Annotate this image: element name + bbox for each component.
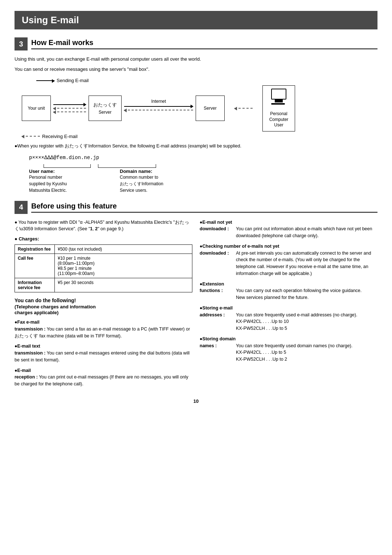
- section4-title: Before using this feature: [31, 202, 377, 213]
- email-diagram: Sending E-mail Your unit おたっくす Server In…: [15, 78, 377, 139]
- field-labels-row: User name: Personal number supplied by K…: [29, 169, 377, 194]
- charge-value-1: ¥10 per 1 minute(8:00am–11:00pm)¥8.5 per…: [55, 254, 192, 278]
- charge-value-2: ¥5 per 30 seconds: [55, 278, 192, 292]
- receiving-arrow-icon: [22, 136, 40, 137]
- username-label: User name:: [29, 169, 102, 174]
- sending-arrow-icon: [36, 80, 54, 81]
- username-bracket: [44, 164, 91, 168]
- your-unit-box: Your unit: [22, 96, 51, 121]
- jp-server-box: おたっくす Server: [89, 96, 122, 121]
- pc-icon: [271, 89, 286, 105]
- pc-box: Personal Computer User: [262, 85, 295, 131]
- left-column: ● You have to register with DDI "α -ALPH…: [15, 219, 192, 391]
- domain-label: Domain name:: [120, 169, 178, 174]
- dashed-arrow-left2-icon: [53, 112, 86, 112]
- section4-note1: ● You have to register with DDI "α -ALPH…: [15, 219, 192, 233]
- section3-number: 3: [15, 37, 28, 50]
- sending-label: Sending E-mail: [36, 78, 377, 83]
- right-column: ●E-mail not yet downloaded : You can pri…: [200, 219, 377, 391]
- solid-arrow-right-icon: [53, 104, 86, 105]
- section3-intro1: Using this unit, you can exchange E-mail…: [15, 56, 377, 63]
- section4-number: 4: [15, 201, 28, 214]
- email-address-example: p××××ΔΔΔ@fem.dion.ne.jp: [29, 155, 377, 161]
- section3-header: 3 How E-mail works: [15, 37, 377, 50]
- section4-content: ● You have to register with DDI "α -ALPH…: [15, 219, 377, 391]
- long-dashed-arrow-icon: [124, 110, 193, 110]
- fax-email-item: ●Fax e-mail transmission : You can send …: [15, 319, 192, 339]
- charge-value-0: ¥500 (tax not included): [55, 245, 192, 254]
- monitor-icon: [271, 89, 286, 100]
- domain-desc: Common number to おたっくすInformation Servic…: [120, 174, 178, 194]
- rc-item-3: ●Storing e-mail addresses : You can stor…: [200, 305, 377, 332]
- username-desc: Personal number supplied by Kyushu Matsu…: [29, 174, 102, 194]
- page-number: 10: [15, 398, 377, 404]
- rc-item-2: ●Extension functions : You can carry out…: [200, 281, 377, 301]
- table-row: Call fee ¥10 per 1 minute(8:00am–11:00pm…: [15, 254, 192, 278]
- you-can-heading2: (Telephone charges and information: [15, 304, 192, 309]
- long-solid-arrow-icon: [124, 106, 193, 107]
- dashed-arrow-left3-icon: [234, 107, 237, 110]
- connector1: [52, 103, 88, 114]
- pc-label: Personal Computer User: [269, 111, 289, 128]
- you-can-heading3: charges applicable): [15, 310, 192, 315]
- server2-box: Server: [196, 96, 225, 121]
- you-can-heading1: You can do the following!: [15, 297, 192, 303]
- rc-item-0: ●E-mail not yet downloaded : You can pri…: [200, 219, 377, 239]
- email-reception-item: ●E-mail reception : You can print out e-…: [15, 367, 192, 388]
- section3-intro2: You can send or receive messages using t…: [15, 66, 377, 73]
- username-section: User name: Personal number supplied by K…: [29, 169, 102, 194]
- domain-bracket: [98, 164, 156, 168]
- dashed-arrow-left-icon: [53, 108, 86, 109]
- table-row: Registration fee ¥500 (tax not included): [15, 245, 192, 254]
- internet-connector: Internet: [122, 105, 195, 112]
- receiving-label: Receiving E-mail: [22, 134, 377, 139]
- rc-item-1: ●Checking number of e-mails not yet down…: [200, 243, 377, 277]
- connector2: [225, 106, 262, 110]
- email-text-item: ●E-mail text transmission : You can send…: [15, 343, 192, 363]
- charge-label-2: Information service fee: [15, 278, 55, 292]
- rc-item-4: ●Storing domain names : You can store fr…: [200, 336, 377, 363]
- title-text: Using E-mail: [22, 15, 79, 25]
- email-note: ●When you register with おたっくすInformation…: [15, 143, 377, 150]
- table-row: Information service fee ¥5 per 30 second…: [15, 278, 192, 292]
- main-title: Using E-mail: [15, 11, 377, 29]
- domain-section: Domain name: Common number to おたっくすInfor…: [120, 169, 178, 194]
- page: Using E-mail 3 How E-mail works Using th…: [0, 0, 392, 555]
- section4-header: 4 Before using this feature: [15, 201, 377, 214]
- charges-heading: ● Charges:: [15, 236, 192, 242]
- charges-table: Registration fee ¥500 (tax not included)…: [15, 244, 192, 292]
- section3-title: How E-mail works: [31, 39, 377, 49]
- email-bracket-row: [44, 164, 377, 168]
- charge-label-0: Registration fee: [15, 245, 55, 254]
- diagram-boxes: Your unit おたっくす Server Internet: [22, 85, 377, 131]
- charge-label-1: Call fee: [15, 254, 55, 278]
